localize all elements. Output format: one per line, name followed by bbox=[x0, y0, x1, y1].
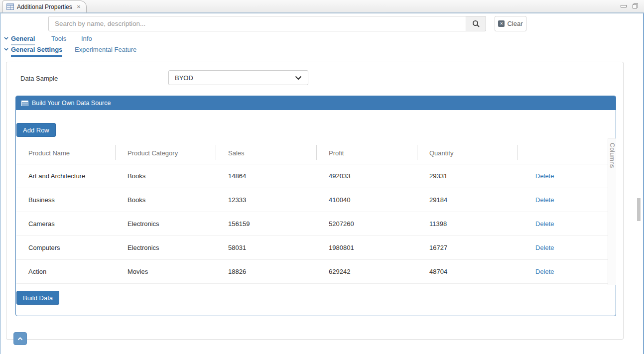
cell-quantity: 29184 bbox=[417, 188, 517, 212]
cell-product-category: Electronics bbox=[115, 212, 216, 236]
clear-button[interactable]: ✕ Clear bbox=[495, 16, 526, 31]
tab-tools-label: Tools bbox=[51, 35, 66, 42]
column-header-product-name[interactable]: Product Name bbox=[16, 142, 115, 164]
clear-icon: ✕ bbox=[498, 20, 505, 27]
cell-product-name: Cameras bbox=[16, 212, 115, 236]
clear-button-label: Clear bbox=[507, 20, 522, 27]
cell-product-name: Computers bbox=[16, 236, 115, 259]
delete-link[interactable]: Delete bbox=[535, 244, 554, 251]
column-header-profit[interactable]: Profit bbox=[316, 142, 417, 164]
cell-profit: 492033 bbox=[316, 164, 417, 188]
close-icon[interactable]: ✕ bbox=[77, 4, 81, 9]
chevron-up-icon bbox=[17, 337, 23, 341]
minimize-icon[interactable] bbox=[621, 5, 627, 7]
tab-general[interactable]: General bbox=[4, 35, 35, 45]
tab-experimental-feature[interactable]: Experimental Feature bbox=[75, 46, 136, 53]
cell-actions: Delete bbox=[517, 236, 608, 259]
tab-info-label: Info bbox=[81, 35, 92, 42]
byod-panel-header: Build Your Own Data Source bbox=[16, 96, 616, 110]
cell-quantity: 29331 bbox=[417, 164, 517, 188]
search-input[interactable] bbox=[48, 16, 466, 31]
cell-sales: 12333 bbox=[216, 188, 316, 212]
view-frame-left-border bbox=[0, 13, 1, 354]
cell-profit: 5207260 bbox=[316, 212, 417, 236]
delete-link[interactable]: Delete bbox=[535, 172, 554, 180]
tab-experimental-feature-label: Experimental Feature bbox=[75, 46, 136, 53]
table-row: CamerasElectronics156159520726011398Dele… bbox=[16, 212, 608, 236]
view-tab-title: Additional Properties bbox=[17, 3, 72, 10]
table-row: Art and ArchitectureBooks148644920332933… bbox=[16, 164, 608, 188]
scroll-to-top-button[interactable] bbox=[13, 332, 27, 345]
table-row: BusinessBooks1233341004029184Delete bbox=[16, 188, 608, 212]
cell-actions: Delete bbox=[517, 164, 608, 188]
general-settings-card: Data Sample BYOD Build Your Own Data Sou… bbox=[6, 62, 624, 340]
tab-general-settings[interactable]: General Settings bbox=[4, 46, 62, 57]
byod-table: Product NameProduct CategorySalesProfitQ… bbox=[16, 142, 608, 284]
view-tab-additional-properties[interactable]: Additional Properties ✕ bbox=[2, 0, 87, 12]
vertical-scrollbar-thumb[interactable] bbox=[637, 198, 641, 221]
table-icon bbox=[21, 101, 28, 106]
tab-info[interactable]: Info bbox=[81, 35, 92, 42]
add-row-button[interactable]: Add Row bbox=[16, 123, 56, 137]
table-view-icon bbox=[6, 3, 14, 10]
column-header-actions bbox=[517, 142, 608, 164]
column-header-sales[interactable]: Sales bbox=[216, 142, 316, 164]
restore-icon[interactable] bbox=[633, 3, 638, 8]
cell-actions: Delete bbox=[517, 260, 608, 283]
table-row: ActionMovies1882662924248704Delete bbox=[16, 260, 608, 284]
cell-quantity: 48704 bbox=[417, 260, 517, 283]
cell-product-name: Action bbox=[16, 260, 115, 283]
cell-profit: 410040 bbox=[316, 188, 417, 212]
byod-panel: Build Your Own Data Source Add Row Produ… bbox=[15, 96, 616, 316]
delete-link[interactable]: Delete bbox=[535, 196, 554, 204]
cell-actions: Delete bbox=[517, 188, 608, 212]
cell-product-name: Art and Architecture bbox=[16, 164, 115, 188]
columns-panel-label: Columns bbox=[609, 139, 616, 285]
delete-link[interactable]: Delete bbox=[535, 268, 554, 275]
tab-tools[interactable]: Tools bbox=[51, 35, 66, 42]
cell-product-name: Business bbox=[16, 188, 115, 212]
cell-product-category: Electronics bbox=[115, 236, 216, 259]
search-button[interactable] bbox=[466, 16, 486, 31]
search-icon bbox=[472, 20, 480, 28]
columns-collapsed-panel[interactable]: Columns bbox=[608, 138, 616, 285]
column-header-quantity[interactable]: Quantity bbox=[417, 142, 517, 164]
cell-actions: Delete bbox=[517, 212, 608, 236]
byod-panel-title: Build Your Own Data Source bbox=[32, 100, 111, 107]
data-sample-select[interactable]: BYOD bbox=[168, 70, 308, 85]
cell-sales: 18826 bbox=[216, 260, 316, 283]
table-header-row: Product NameProduct CategorySalesProfitQ… bbox=[16, 142, 608, 164]
cell-sales: 58031 bbox=[216, 236, 316, 259]
delete-link[interactable]: Delete bbox=[535, 220, 554, 228]
data-sample-label: Data Sample bbox=[20, 75, 58, 82]
tab-general-settings-label: General Settings bbox=[11, 46, 62, 57]
cell-product-category: Books bbox=[115, 164, 216, 188]
cell-product-category: Movies bbox=[115, 260, 216, 283]
cell-quantity: 11398 bbox=[417, 212, 517, 236]
cell-product-category: Books bbox=[115, 188, 216, 212]
table-body: Art and ArchitectureBooks148644920332933… bbox=[16, 164, 608, 284]
cell-profit: 1980801 bbox=[316, 236, 417, 259]
tab-general-label: General bbox=[11, 35, 35, 45]
cell-quantity: 16727 bbox=[417, 236, 517, 259]
chevron-down-icon bbox=[4, 37, 8, 40]
chevron-down-icon bbox=[4, 48, 8, 51]
table-row: ComputersElectronics58031198080116727Del… bbox=[16, 236, 608, 260]
data-sample-value: BYOD bbox=[175, 74, 193, 82]
cell-sales: 14864 bbox=[216, 164, 316, 188]
view-tab-bar: Additional Properties ✕ bbox=[0, 0, 644, 13]
chevron-down-icon bbox=[295, 76, 302, 80]
build-data-button[interactable]: Build Data bbox=[16, 291, 59, 305]
cell-sales: 156159 bbox=[216, 212, 316, 236]
cell-profit: 629242 bbox=[316, 260, 417, 283]
column-header-product-category[interactable]: Product Category bbox=[115, 142, 216, 164]
